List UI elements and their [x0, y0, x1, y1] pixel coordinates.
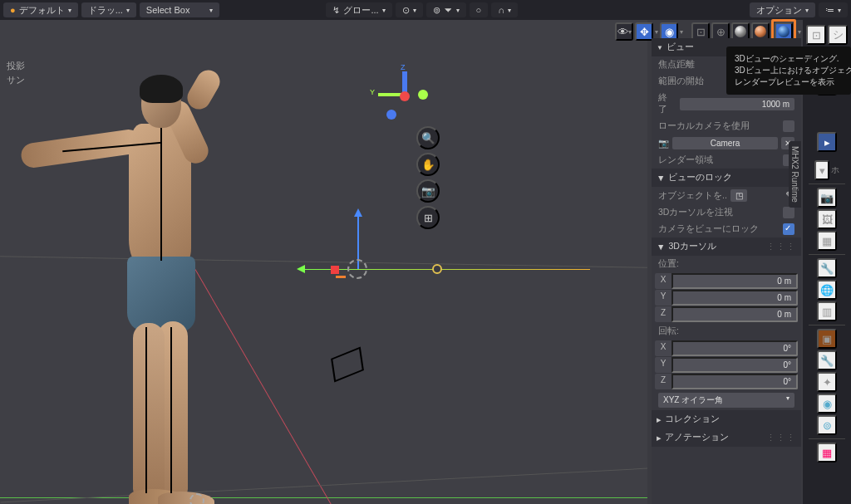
- 3d-viewport[interactable]: 投影 サン Z: [0, 20, 647, 504]
- wire-icon: ⊕: [716, 26, 726, 38]
- select-mode-dropdown[interactable]: Select Box▾: [140, 2, 220, 17]
- tab-constraints[interactable]: ⊚: [817, 415, 837, 435]
- grid-icon: ⊞: [424, 212, 433, 224]
- camera-object[interactable]: [331, 346, 364, 382]
- proportional-edit[interactable]: ○: [470, 2, 489, 17]
- sun-object[interactable]: [432, 264, 442, 274]
- render-ball-icon: [778, 26, 790, 37]
- character-mesh[interactable]: [62, 70, 245, 504]
- object-selector[interactable]: ◳: [730, 189, 747, 202]
- tab-object[interactable]: ▣: [817, 329, 837, 349]
- gizmo-square: [331, 266, 339, 274]
- 3d-cursor-gaze-checkbox[interactable]: [783, 207, 794, 218]
- visibility-toggle[interactable]: 👁▾: [615, 22, 633, 41]
- orientation-dropdown[interactable]: ↯グロー...▾: [326, 2, 391, 17]
- gizmo-x-axis[interactable]: [299, 269, 590, 270]
- panel-lock-header[interactable]: ▼ビューのロック: [652, 169, 801, 187]
- lock-camera-checkbox[interactable]: [783, 223, 794, 235]
- gizmo-x-arrow: [293, 265, 305, 273]
- 3d-cursor[interactable]: [347, 259, 367, 279]
- rot-z-input[interactable]: [671, 374, 798, 389]
- pos-z-label: Z: [655, 306, 671, 322]
- sidebar-tab-mhx2[interactable]: MHX2 Runtime: [789, 141, 801, 208]
- local-camera-checkbox[interactable]: [783, 120, 794, 132]
- magnify-icon: 🔍: [421, 132, 435, 144]
- n-panel: ▼ビュー 焦点距離 範囲の開始 終了 ローカルカメラを使用 📷 ✕ レンダー領域…: [652, 38, 801, 504]
- shading-tooltip: 3Dビューのシェーディング. 3Dビュー上におけるオブジェクト レンダープレビュ…: [726, 46, 851, 95]
- drag-dropdown[interactable]: ドラッ...▾: [81, 2, 136, 17]
- clip-start-label: 範囲の開始: [658, 76, 704, 87]
- forearm-right: [183, 66, 224, 113]
- pos-x-label: X: [655, 273, 671, 289]
- camera-icon-small: 📷: [658, 138, 669, 149]
- pivot-dropdown[interactable]: ⊙▾: [396, 2, 423, 17]
- interaction-mode-dropdown[interactable]: ●デフォルト▾: [3, 2, 78, 17]
- object-to-label: オブジェクトを..: [658, 190, 727, 202]
- tab-material[interactable]: ▦: [817, 443, 837, 462]
- circle-icon: ○: [476, 5, 482, 15]
- pos-x-input[interactable]: [671, 273, 798, 289]
- arrows-icon: ✥: [640, 26, 649, 38]
- shorts: [127, 257, 195, 331]
- leg-bone-l: [145, 327, 147, 493]
- nav-x-ball[interactable]: [400, 91, 410, 101]
- outliner-expand[interactable]: ▸: [817, 132, 837, 152]
- lines-icon: ≔: [825, 5, 834, 16]
- rot-x-label: X: [655, 340, 671, 356]
- rot-y-input[interactable]: [671, 357, 798, 373]
- tab-world[interactable]: 🌐: [817, 280, 837, 300]
- snap-toggle[interactable]: ⊚⏷▾: [426, 2, 466, 17]
- render-region-label: レンダー領域: [658, 154, 713, 166]
- perspective-button[interactable]: ⊞: [416, 206, 440, 229]
- tab-scene[interactable]: 🔧: [817, 258, 837, 278]
- options-button[interactable]: オプション▾: [750, 2, 815, 17]
- solid-ball-icon: [735, 26, 746, 37]
- camera-view-button[interactable]: 📷: [416, 179, 440, 203]
- zoom-button[interactable]: 🔍: [416, 126, 440, 149]
- panel-cursor-header[interactable]: ▼3Dカーソル⋮⋮⋮: [652, 237, 801, 256]
- gizmo-toggle[interactable]: ✥: [635, 22, 653, 41]
- hand-icon: ✋: [421, 159, 435, 171]
- panel-collection-header[interactable]: ▸コレクション: [652, 410, 801, 428]
- outliner-filter[interactable]: ⊡: [806, 25, 826, 45]
- pos-y-input[interactable]: [671, 290, 798, 306]
- nav-y-label: Y: [370, 88, 375, 96]
- tab-physics[interactable]: ◉: [817, 394, 837, 413]
- curve-icon: ∩: [498, 5, 504, 15]
- editor-type-button[interactable]: ≔▾: [819, 2, 848, 17]
- viewport-info: 投影 サン: [7, 60, 25, 88]
- local-camera-label: ローカルカメラを使用: [658, 120, 750, 132]
- rot-y-label: Y: [655, 357, 671, 373]
- tab-collection[interactable]: ▥: [817, 301, 837, 321]
- material-ball-icon: [755, 26, 766, 37]
- camera-icon: 📷: [421, 185, 435, 198]
- foot-right: [158, 492, 214, 504]
- tab-modifiers[interactable]: 🔧: [817, 350, 837, 370]
- nav-neg-y[interactable]: [418, 90, 428, 100]
- tab-render[interactable]: 📷: [817, 188, 837, 208]
- outliner-search[interactable]: シ: [828, 25, 848, 45]
- clip-end-input[interactable]: [680, 98, 794, 110]
- tab-view-layer[interactable]: ▦: [817, 231, 837, 251]
- camera-name-field[interactable]: [672, 137, 778, 149]
- transform-icon: ↯: [332, 5, 340, 16]
- pos-z-input[interactable]: [671, 306, 798, 322]
- clip-end-label: 終了: [658, 92, 676, 115]
- nav-z-label: Z: [401, 63, 406, 71]
- leg-bone-r: [170, 327, 172, 493]
- navigation-gizmo[interactable]: Z Y: [378, 70, 431, 123]
- panel-annotation-header[interactable]: ▸アノテーション⋮⋮⋮: [652, 428, 801, 447]
- origin-marker: [189, 493, 204, 504]
- tab-output[interactable]: 🖼: [817, 209, 837, 229]
- spine-bone: [160, 128, 162, 261]
- pan-button[interactable]: ✋: [416, 153, 440, 176]
- rot-x-input[interactable]: [671, 340, 798, 356]
- proportional-falloff[interactable]: ∩▾: [491, 2, 518, 17]
- leg-left: [133, 323, 165, 497]
- viewport-controls: 🔍 ✋ 📷 ⊞: [416, 126, 440, 229]
- tab-particles[interactable]: ✦: [817, 372, 837, 392]
- properties-dropdown[interactable]: ▾: [814, 160, 829, 180]
- rotation-mode-dropdown[interactable]: XYZ オイラー角▾: [658, 393, 794, 408]
- nav-neg-z[interactable]: [386, 110, 396, 120]
- rotation-label: 回転:: [658, 325, 679, 337]
